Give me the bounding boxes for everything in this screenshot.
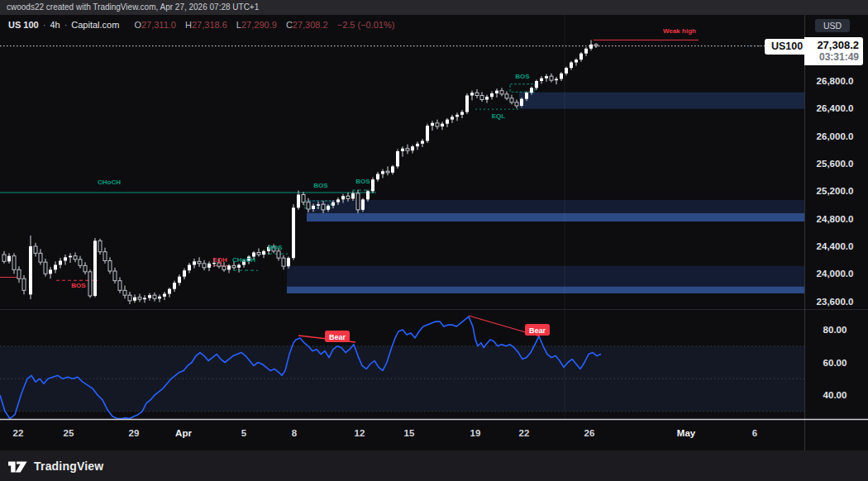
- candle-up: [237, 265, 241, 268]
- candle-down: [386, 171, 389, 173]
- candle-up: [376, 174, 379, 180]
- candle-down: [232, 265, 236, 268]
- svg-text:25,600.0: 25,600.0: [817, 159, 854, 169]
- svg-text:22: 22: [519, 428, 530, 438]
- low-value: 27,290.9: [241, 20, 277, 30]
- candle-up: [29, 246, 32, 294]
- candle-down: [436, 123, 439, 126]
- price-axis[interactable]: 26,800.026,400.026,000.025,600.025,200.0…: [817, 76, 854, 307]
- candle-down: [153, 295, 156, 298]
- candle-down: [277, 251, 280, 258]
- candle-up: [565, 68, 568, 74]
- svg-text:Weak high: Weak high: [663, 27, 696, 35]
- svg-text:24,000.0: 24,000.0: [817, 269, 854, 279]
- svg-text:5: 5: [241, 428, 247, 438]
- candle-down: [406, 149, 409, 151]
- candle-up: [416, 144, 419, 146]
- legend-separator: ·: [43, 20, 46, 30]
- candle-down: [515, 102, 518, 106]
- close-key: C: [286, 20, 293, 30]
- svg-text:25,200.0: 25,200.0: [817, 186, 854, 196]
- attribution-text: cwoods22 created with TradingView.com, A…: [7, 2, 259, 12]
- svg-text:6: 6: [752, 428, 757, 438]
- candle-down: [12, 256, 16, 270]
- candle-down: [88, 272, 92, 296]
- symbol-title[interactable]: US 100: [8, 20, 39, 30]
- candle-down: [257, 253, 260, 255]
- candle-down: [2, 255, 6, 261]
- candle-up: [148, 295, 151, 298]
- svg-text:Apr: Apr: [175, 428, 192, 438]
- candle-down: [550, 76, 553, 80]
- tradingview-brand-text[interactable]: TradingView: [34, 460, 103, 473]
- candle-up: [312, 206, 315, 209]
- candle-up: [173, 283, 176, 289]
- candle-up: [455, 115, 459, 117]
- candle-up: [163, 294, 166, 297]
- open-value: 27,311.0: [141, 20, 176, 30]
- candle-down: [302, 195, 305, 202]
- change-value: −2.5 (−0.01%): [337, 20, 395, 30]
- close-value: 27,308.2: [293, 20, 328, 30]
- candle-down: [74, 256, 77, 260]
- interval-label[interactable]: 4h: [50, 20, 60, 30]
- candle-up: [366, 191, 370, 199]
- svg-text:CHoCH: CHoCH: [232, 256, 255, 264]
- candle-up: [193, 261, 196, 264]
- candle-up: [331, 202, 335, 206]
- candle-down: [222, 266, 226, 269]
- candle-up: [93, 240, 97, 296]
- candle-down: [34, 246, 37, 253]
- svg-text:26: 26: [584, 428, 595, 438]
- label-overflow-dots[interactable]: ···: [749, 40, 761, 51]
- svg-text:BOS: BOS: [71, 282, 86, 289]
- svg-text:Bear: Bear: [329, 333, 346, 341]
- candle-up: [69, 256, 72, 258]
- svg-text:26,800.0: 26,800.0: [817, 76, 854, 86]
- svg-text:25: 25: [64, 428, 74, 438]
- symbol-legend[interactable]: US 100 · 4h · Capital.com O27,311.0 H27,…: [8, 20, 394, 30]
- candle-up: [560, 74, 563, 79]
- candle-up: [133, 298, 136, 301]
- symbol-price-flag: US100: [765, 39, 809, 55]
- candle-up: [460, 112, 464, 115]
- candle-down: [123, 290, 126, 295]
- candle-up: [64, 257, 67, 260]
- candle-down: [322, 204, 325, 210]
- svg-text:BOS: BOS: [515, 73, 530, 80]
- chart-canvas[interactable]: CHoCHBOSBOSBOSEQHCHoCHBOSEQLBOSWeak high…: [0, 0, 868, 481]
- candle-up: [495, 91, 498, 93]
- bear-divergence-label: Bear: [525, 324, 550, 336]
- broker-label[interactable]: Capital.com: [71, 20, 119, 30]
- candle-down: [39, 253, 42, 262]
- candle-down: [79, 260, 82, 266]
- svg-text:CHoCH: CHoCH: [98, 179, 121, 186]
- tradingview-logo-icon[interactable]: [8, 460, 27, 473]
- candle-up: [545, 76, 548, 79]
- candle-up: [431, 123, 434, 126]
- candle-up: [292, 207, 295, 258]
- candle-down: [307, 202, 310, 209]
- svg-text:19: 19: [470, 428, 481, 438]
- candle-up: [451, 117, 454, 119]
- candle-up: [441, 124, 444, 126]
- candle-up: [54, 265, 57, 270]
- candle-down: [203, 264, 206, 268]
- svg-text:12: 12: [355, 428, 365, 438]
- candle-up: [262, 251, 265, 255]
- candle-up: [465, 96, 469, 112]
- svg-text:23,600.0: 23,600.0: [817, 297, 854, 307]
- candle-up: [579, 54, 583, 60]
- currency-toggle-button[interactable]: USD: [815, 19, 850, 32]
- high-value: 27,318.6: [192, 20, 227, 30]
- candle-up: [336, 199, 340, 202]
- last-price-value: 27,308.2: [806, 39, 859, 51]
- svg-text:BOS: BOS: [355, 178, 370, 185]
- candle-up: [158, 297, 161, 299]
- ohlc-values: O27,311.0 H27,318.6 L27,290.9 C27,308.2 …: [127, 20, 394, 30]
- high-key: H: [185, 20, 192, 30]
- candle-up: [490, 93, 494, 97]
- candle-down: [17, 269, 21, 279]
- candle-up: [401, 149, 404, 151]
- candle-down: [510, 98, 513, 102]
